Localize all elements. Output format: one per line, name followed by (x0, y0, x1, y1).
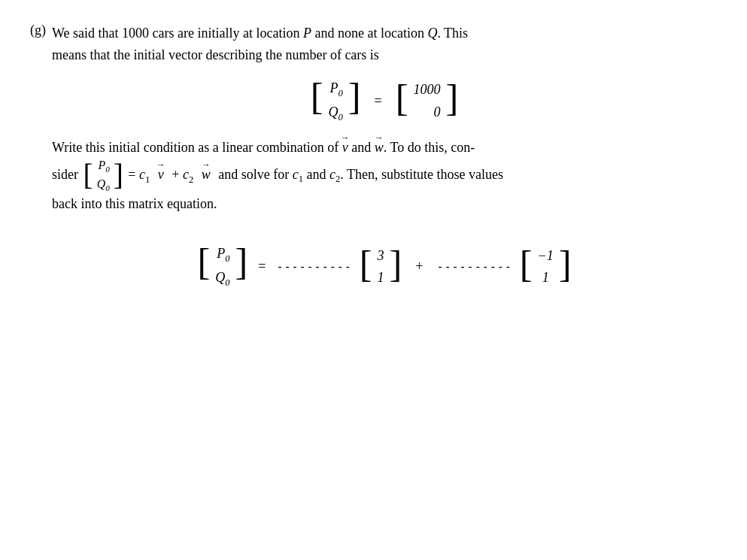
equals-sign-1: = (372, 93, 385, 109)
lhs-matrix: P0 Q0 (311, 80, 361, 123)
bottom-m2-bot: 1 (542, 269, 549, 286)
inline-lhs-matrix: [ P0 Q0 ] (84, 158, 123, 193)
rhs-cells: 1000 0 (410, 81, 445, 121)
bottom-lhs-matrix: P0 Q0 (197, 245, 247, 289)
bottom-m2-top: −1 (538, 247, 554, 265)
bottom-lhs-bracket-left (197, 245, 210, 289)
initial-vector-equation: P0 Q0 = 1000 0 (52, 80, 717, 123)
bottom-m2-matrix: −1 1 (520, 247, 572, 287)
bottom-plus: + (409, 259, 429, 274)
inline-lhs-cells: P0 Q0 (93, 158, 114, 193)
q-variable: Q (427, 26, 437, 41)
text7: To do this, con- (390, 140, 475, 155)
inline-lhs-bracket-left: [ (84, 163, 93, 189)
bottom-p0-sub: 0 (225, 253, 229, 264)
lhs-top-cell: P0 (329, 80, 342, 99)
c2b: c (329, 167, 336, 182)
c2-coeff: c2 (183, 167, 193, 182)
rhs-top-cell: 1000 (414, 81, 441, 98)
text1: We said that 1000 cars are initially at … (52, 26, 299, 41)
bottom-m2-bracket-left (520, 247, 533, 287)
bottom-lhs-top: P0 (217, 245, 229, 265)
bottom-lhs-cells: P0 Q0 (211, 245, 233, 289)
bottom-m1-bracket-right (390, 247, 402, 287)
text2: and none at location (314, 26, 424, 41)
problem-label: (g) (30, 23, 46, 38)
text5: Write this initial condition as a linear… (52, 140, 339, 155)
intro-paragraph: We said that 1000 cars are initially at … (52, 23, 717, 66)
second-paragraph: Write this initial condition as a linear… (52, 137, 717, 216)
bottom-q0-sub: 0 (225, 277, 229, 288)
rhs-bracket-right (446, 81, 459, 121)
c2-sub: 2 (189, 174, 193, 184)
location-p: P (303, 26, 315, 41)
q0-subscript: 0 (338, 111, 342, 122)
lhs-bracket-right (348, 80, 361, 123)
bottom-m2-cells: −1 1 (534, 247, 557, 287)
lhs-bracket-left (311, 80, 323, 123)
lhs-bot-cell: Q0 (328, 104, 342, 123)
inline-lhs-top: P0 (98, 158, 109, 174)
bottom-m1-bracket-left (360, 247, 372, 287)
rhs-bot-cell: 0 (434, 104, 441, 121)
rhs-matrix: 1000 0 (396, 81, 459, 121)
c1b-sub: 1 (299, 174, 303, 184)
text3: This (444, 26, 468, 41)
vec-v: v (342, 137, 348, 159)
plus-sign: + (172, 167, 179, 182)
c2b-sub: 2 (336, 174, 340, 184)
location-q: Q. (427, 26, 444, 41)
c1-sub: 1 (145, 174, 150, 184)
bottom-equation: P0 Q0 = ---------- 3 1 + (52, 245, 717, 289)
c1-coeff: c1 (139, 167, 150, 182)
text12: back into this matrix equation. (52, 196, 217, 211)
text6: and (351, 140, 375, 155)
bottom-m1-top: 3 (378, 247, 384, 265)
bottom-lhs-bracket-right (235, 245, 248, 289)
p0-label: P0 (329, 80, 342, 95)
bottom-m1-cells: 3 1 (374, 247, 388, 287)
vec-v2: v (158, 164, 164, 186)
bottom-lhs-bot: Q0 (215, 269, 229, 289)
vec-w2: w (202, 164, 211, 186)
c1b: c (293, 167, 299, 182)
inline-p0-sub: 0 (105, 165, 110, 174)
inline-lhs-bracket-right: ] (114, 163, 123, 189)
bottom-dashes-2: ---------- (437, 260, 512, 274)
rhs-bracket-left (396, 81, 408, 121)
text10: and (307, 167, 326, 182)
bottom-m2-bracket-right (559, 247, 572, 287)
text8: sider (52, 167, 78, 182)
equals2: = (128, 167, 135, 182)
problem-body: We said that 1000 cars are initially at … (52, 23, 717, 289)
inline-q0-sub: 0 (105, 183, 110, 192)
text4: means that the initial vector describing… (52, 47, 379, 62)
vec-w: w (375, 137, 384, 159)
q0-label: Q0 (328, 104, 342, 120)
inline-lhs-bot: Q0 (97, 177, 110, 193)
lhs-cells: P0 Q0 (324, 80, 346, 123)
bottom-m1-bot: 1 (378, 269, 384, 286)
bottom-dashes-1: ---------- (276, 260, 351, 274)
problem-g: (g) We said that 1000 cars are initially… (30, 23, 717, 289)
text9: and solve for (218, 167, 289, 182)
bottom-equals: = (255, 259, 269, 274)
text11: Then, substitute those values (347, 167, 503, 182)
p-variable: P (303, 26, 311, 41)
p0-subscript: 0 (338, 87, 342, 98)
page-content: (g) We said that 1000 cars are initially… (30, 23, 717, 289)
bottom-m1-matrix: 3 1 (360, 247, 402, 287)
